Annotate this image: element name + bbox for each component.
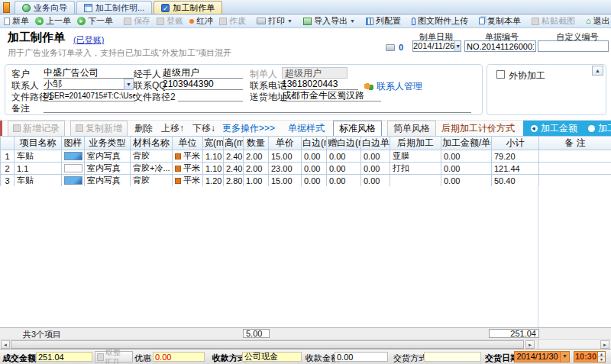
import-export-button[interactable]: 导入导出▼ <box>302 15 357 27</box>
time-spinner-buttons[interactable]: ▲ ▼ <box>597 352 605 362</box>
biz-type-cell[interactable]: 室内写真 <box>85 175 131 187</box>
tab-process-order[interactable]: ✓ 加工制作单 <box>154 1 222 14</box>
qty-cell[interactable]: 1.00 <box>244 175 269 187</box>
attachment-upload-button[interactable]: 图文附件上传 <box>410 15 470 27</box>
width-cell[interactable]: 1.20 <box>203 175 224 187</box>
gift-edge-cell[interactable]: 0.00 <box>327 163 361 175</box>
copy-add-button[interactable]: 复制新增 <box>70 121 128 137</box>
note-cell[interactable] <box>539 175 611 187</box>
qty-cell[interactable]: 2.00 <box>244 163 269 175</box>
height-cell[interactable]: 2.40 <box>224 163 244 175</box>
custom-no-input[interactable] <box>538 40 609 52</box>
discount-input[interactable] <box>153 352 205 362</box>
note-scroll-right-button[interactable]: ► <box>600 340 609 349</box>
price-by-amount-radio[interactable]: 加工金额 <box>531 122 577 135</box>
print-button[interactable]: 打印▼ <box>255 15 294 27</box>
contact-combo[interactable]: 小邹 ▼ <box>44 79 134 90</box>
scroll-left-button[interactable]: ◄ <box>1 340 10 349</box>
post-account-button[interactable]: 登账 <box>155 15 185 27</box>
material-cell[interactable]: 背胶 <box>131 175 173 187</box>
note-field[interactable] <box>44 101 471 113</box>
exit-button[interactable]: ⌂退出 <box>584 15 611 27</box>
post-amount-cell[interactable]: 0.00 <box>441 175 492 187</box>
item-name-cell[interactable]: 车贴 <box>15 150 62 163</box>
received-input[interactable] <box>335 352 388 362</box>
simple-style-button[interactable]: 简单风格 <box>387 121 436 137</box>
pay-method-input[interactable] <box>242 352 302 362</box>
new-order-button[interactable]: 新单 <box>2 15 31 27</box>
phone-field[interactable]: 13618020443 <box>282 79 358 90</box>
gift-edge-cell[interactable]: 0.00 <box>327 150 361 163</box>
post-amount-cell[interactable]: 0.00 <box>441 150 492 163</box>
unit-cell[interactable]: 平米 <box>173 175 203 187</box>
collapse-panel-button[interactable]: ▲ <box>592 66 603 76</box>
biz-type-cell[interactable]: 室内写真 <box>85 150 131 163</box>
post-process-cell[interactable]: 亚膜 <box>390 150 441 163</box>
price-by-unit-radio[interactable]: 加工单价 <box>588 122 611 135</box>
move-down-button[interactable]: 下移↓ <box>191 121 217 136</box>
save-button[interactable]: 保存 <box>122 15 152 27</box>
doc-style-link[interactable]: 单据样式 <box>288 122 325 135</box>
prev-order-button[interactable]: ◄上一单 <box>34 15 73 27</box>
spinner-down-icon[interactable]: ▼ <box>598 357 605 362</box>
edge-price-cell[interactable]: 0.00 <box>361 175 390 187</box>
round-button[interactable]: 取整[F7] <box>95 351 133 362</box>
path2-field[interactable] <box>178 90 243 101</box>
edge-cell[interactable]: 0.00 <box>302 175 327 187</box>
unit-cell[interactable]: 平米 <box>173 163 203 175</box>
scrollbar-thumb[interactable] <box>11 340 524 349</box>
posted-status-link[interactable]: (已登账) <box>73 34 104 46</box>
deal-amount-input[interactable] <box>36 352 92 362</box>
next-order-button[interactable]: ►下一单 <box>76 15 115 27</box>
move-up-button[interactable]: 上移↑ <box>160 121 186 136</box>
width-cell[interactable]: 1.10 <box>203 150 224 163</box>
scroll-right-button[interactable]: ► <box>525 340 535 349</box>
delete-row-button[interactable]: 删除 <box>133 121 154 136</box>
chevron-down-icon[interactable]: ▼ <box>560 352 569 362</box>
qty-cell[interactable]: 2.00 <box>244 150 269 163</box>
chevron-down-icon[interactable]: ▼ <box>454 41 461 51</box>
item-name-cell[interactable]: 车贴 <box>15 175 62 187</box>
price-cell[interactable]: 15.00 <box>269 150 302 163</box>
unit-cell[interactable]: 平米 <box>173 150 203 163</box>
delivery-date-combo[interactable]: 2014/11/30 ▼ <box>514 351 570 362</box>
delivery-time-spinner[interactable]: 10:30 ▲ ▼ <box>574 351 606 362</box>
void-button[interactable]: 作废 <box>218 15 247 27</box>
customer-field[interactable]: 中盛广告公司 <box>44 67 134 79</box>
standard-style-button[interactable]: 标准风格 <box>333 121 382 137</box>
price-cell[interactable]: 15.00 <box>269 175 302 187</box>
thumbnail-cell[interactable] <box>62 175 85 187</box>
outsource-checkbox[interactable] <box>496 70 505 79</box>
material-cell[interactable]: 背胶+冷... <box>131 163 173 175</box>
doc-no-input[interactable] <box>464 40 536 52</box>
tab-business-wizard[interactable]: 业务向导 <box>15 1 75 14</box>
edge-cell[interactable]: 0.00 <box>302 163 327 175</box>
post-amount-cell[interactable]: 0.00 <box>441 163 492 175</box>
note-cell[interactable] <box>539 150 611 163</box>
path1-field[interactable]: USER=20140715#T:C:\Users <box>44 90 135 101</box>
horizontal-scrollbar[interactable]: ◄ ► ► <box>0 339 611 349</box>
column-config-button[interactable]: 列配置 <box>364 15 402 27</box>
delivery-method-input[interactable] <box>424 352 481 362</box>
note-cell[interactable] <box>539 163 611 175</box>
material-cell[interactable]: 背胶 <box>131 150 173 163</box>
price-cell[interactable]: 23.00 <box>269 163 302 175</box>
post-process-cell[interactable] <box>390 175 441 187</box>
height-cell[interactable]: 2.80 <box>224 175 244 187</box>
gift-edge-cell[interactable]: 0.00 <box>327 175 361 187</box>
tab-process-detail[interactable]: 加工制作明... <box>76 1 152 14</box>
edge-price-cell[interactable]: 0.00 <box>361 163 390 175</box>
edge-price-cell[interactable]: 0.00 <box>361 150 390 163</box>
make-date-combo[interactable]: 2014/11/26 ▼ <box>412 40 461 52</box>
edge-cell[interactable]: 0.00 <box>302 150 327 163</box>
paste-screenshot-button[interactable]: 粘贴截图 <box>530 15 577 27</box>
height-cell[interactable]: 2.40 <box>224 150 244 163</box>
copy-order-button[interactable]: 复制本单 <box>477 15 522 27</box>
chevron-down-icon[interactable]: ▼ <box>124 79 134 90</box>
width-cell[interactable]: 1.10 <box>203 163 224 175</box>
thumbnail-cell[interactable] <box>62 150 85 163</box>
address-field[interactable]: 成都市金牛区蜀汉路 <box>282 90 381 101</box>
more-actions-link[interactable]: 更多操作>>> <box>222 122 275 135</box>
biz-type-cell[interactable]: 室内写真 <box>85 163 131 175</box>
add-record-button[interactable]: 新增记录 <box>8 121 65 137</box>
